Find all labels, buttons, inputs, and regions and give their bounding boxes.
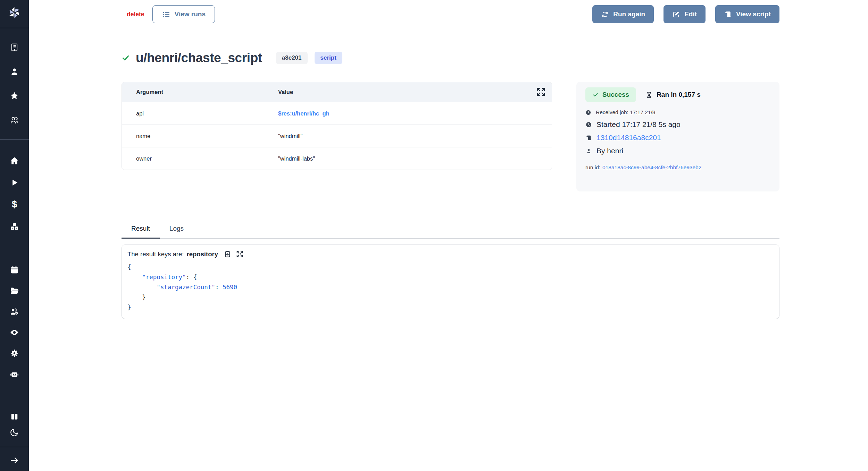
folder-icon[interactable] (10, 286, 19, 296)
building-icon[interactable] (10, 43, 19, 52)
view-runs-button[interactable]: View runs (152, 5, 215, 23)
argument-name: name (122, 133, 278, 139)
view-runs-label: View runs (175, 10, 206, 18)
argument-name: owner (122, 155, 278, 162)
edit-label: Edit (684, 10, 697, 18)
tab-result[interactable]: Result (122, 225, 160, 239)
result-panel: The result keys are: repository { (122, 245, 779, 319)
scroll-icon (724, 10, 732, 18)
script-type-badge: script (315, 52, 342, 64)
robot-ai-icon[interactable] (10, 369, 19, 379)
edit-button[interactable]: Edit (663, 5, 706, 23)
received-job-row: Received job: 17:17 21/8 (585, 109, 770, 115)
expand-result-icon[interactable] (236, 250, 244, 258)
arguments-table: Argument Value api $res:u/henri/hc_gh na… (122, 82, 552, 170)
main-content: delete View runs Run again (29, 0, 868, 319)
result-tabs: Result Logs (122, 225, 779, 239)
page-title: u/henri/chaste_script (136, 51, 262, 65)
hourglass-icon (645, 91, 653, 99)
user-icon[interactable] (10, 67, 19, 76)
eye-audit-icon[interactable] (10, 328, 19, 337)
moon-dark-mode-icon[interactable] (10, 428, 19, 437)
check-icon (592, 92, 599, 98)
refresh-icon (601, 10, 609, 18)
job-status-card: Success Ran in 0,157 s (576, 82, 779, 191)
docs-columns-icon[interactable] (10, 412, 19, 421)
clock-icon (585, 121, 592, 128)
scroll-icon (585, 135, 592, 141)
run-again-button[interactable]: Run again (592, 5, 654, 23)
table-row: owner "windmill-labs" (122, 147, 552, 170)
status-badge: Success (585, 87, 636, 102)
arguments-table-header: Argument Value (122, 82, 552, 102)
clock-icon (585, 110, 591, 115)
view-script-label: View script (736, 10, 771, 18)
home-icon[interactable] (10, 156, 19, 165)
run-again-label: Run again (613, 10, 645, 18)
dollar-variables-icon[interactable]: $ (10, 200, 19, 209)
sidebar-divider (0, 447, 29, 447)
argument-value: "windmill-labs" (278, 155, 552, 162)
calendar-schedules-icon[interactable] (10, 265, 19, 275)
argument-value: "windmill" (278, 133, 552, 139)
started-row: Started 17:17 21/8 5s ago (585, 120, 770, 129)
hash-badge: a8c201 (276, 52, 308, 64)
result-keys-prefix: The result keys are: (127, 250, 184, 258)
column-argument: Argument (122, 89, 278, 95)
copy-clipboard-icon[interactable] (223, 250, 231, 258)
argument-name: api (122, 110, 278, 117)
table-row: api $res:u/henri/hc_gh (122, 102, 552, 125)
view-script-button[interactable]: View script (715, 5, 779, 23)
gear-settings-icon[interactable] (10, 349, 19, 358)
title-row: u/henri/chaste_script a8c201 script (122, 51, 779, 65)
column-value: Value (278, 89, 552, 95)
triggered-by-row: By henri (585, 147, 770, 155)
job-id-row: 1310d14816a8c201 (585, 134, 770, 142)
sidebar: $ (0, 0, 29, 471)
table-row: name "windmill" (122, 125, 552, 147)
success-check-icon (122, 54, 130, 62)
expand-table-icon[interactable] (536, 87, 546, 97)
expand-sidebar-arrow-icon[interactable] (10, 456, 19, 465)
tab-logs[interactable]: Logs (160, 225, 193, 238)
star-icon[interactable] (10, 91, 19, 101)
groups-icon[interactable] (10, 115, 19, 125)
person-icon (585, 148, 592, 154)
run-id-row: run id:018a18ac-8c99-abe4-8cfe-2bbf76e93… (585, 164, 770, 171)
run-id-link[interactable]: 018a18ac-8c99-abe4-8cfe-2bbf76e93eb2 (602, 164, 701, 170)
resources-cubes-icon[interactable] (10, 222, 19, 231)
result-json: { "repository": { "stargazerCount": 5690… (127, 262, 774, 312)
result-key-name: repository (186, 250, 218, 258)
topbar: delete View runs Run again (122, 5, 779, 23)
delete-button[interactable]: delete (127, 11, 144, 18)
workers-users-gear-icon[interactable] (10, 307, 19, 316)
argument-value-resource-link[interactable]: $res:u/henri/hc_gh (278, 110, 552, 117)
run-duration: Ran in 0,157 s (645, 91, 701, 99)
edit-pencil-icon (672, 10, 680, 18)
list-icon (162, 10, 170, 19)
job-id-link[interactable]: 1310d14816a8c201 (596, 134, 661, 142)
play-runs-icon[interactable] (10, 178, 19, 187)
windmill-logo-icon[interactable] (7, 6, 22, 20)
